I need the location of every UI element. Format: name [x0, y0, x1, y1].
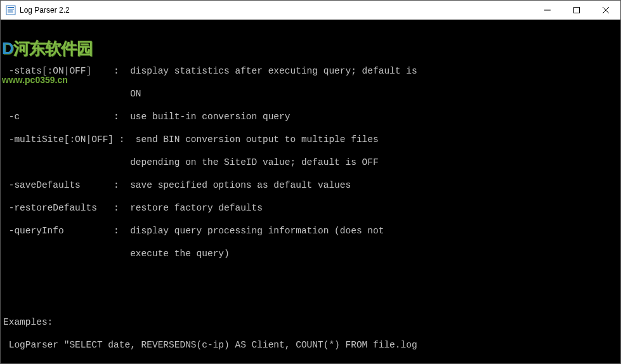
terminal-line: -queryInfo : display query processing in…: [3, 225, 618, 237]
terminal-line: -c : use built-in conversion query: [3, 111, 618, 122]
terminal-line: WHERE sc-status<>200 GROUP BY date, Clie…: [3, 362, 618, 363]
close-button[interactable]: [591, 1, 620, 19]
terminal-line: ON: [3, 88, 618, 100]
terminal-line: -saveDefaults : save specified options a…: [3, 179, 618, 191]
window-title: Log Parser 2.2: [20, 6, 70, 15]
terminal-line: LogParser "SELECT date, REVERSEDNS(c-ip)…: [3, 339, 618, 351]
terminal-area[interactable]: D河东软件园 www.pc0359.cn -stats[:ON|OFF] : d…: [1, 20, 620, 363]
terminal-content: -stats[:ON|OFF] : display statistics aft…: [1, 54, 620, 363]
terminal-line: [3, 294, 618, 305]
terminal-line: Examples:: [3, 316, 618, 328]
svg-rect-6: [574, 7, 580, 13]
window-icon: [6, 5, 16, 15]
svg-rect-1: [8, 7, 14, 8]
terminal-line: -multiSite[:ON|OFF] : send BIN conversio…: [3, 134, 618, 145]
terminal-line: depending on the SiteID value; default i…: [3, 157, 618, 168]
terminal-line: -stats[:ON|OFF] : display statistics aft…: [3, 65, 618, 77]
maximize-button[interactable]: [562, 1, 591, 19]
window-controls: [533, 1, 620, 19]
window-titlebar: Log Parser 2.2: [1, 1, 620, 20]
minimize-button[interactable]: [533, 1, 562, 19]
terminal-line: -restoreDefaults : restore factory defau…: [3, 202, 618, 214]
watermark-logo: D河东软件园: [2, 42, 93, 54]
terminal-line: [3, 271, 618, 282]
terminal-line: execute the query): [3, 248, 618, 259]
